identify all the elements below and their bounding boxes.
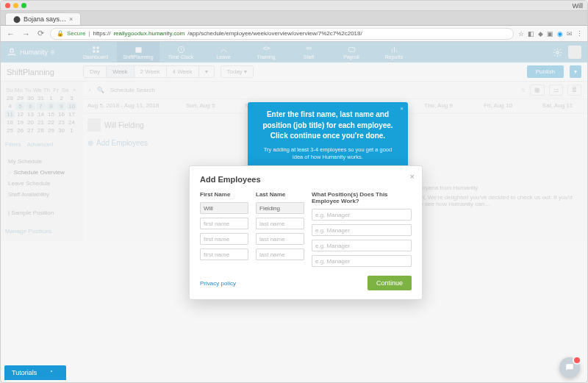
position-input[interactable] [312, 209, 412, 221]
col-last-name: Last Name [256, 191, 304, 198]
tutorials-panel-toggle[interactable]: Tutorials ˄ [4, 365, 66, 380]
onboarding-tooltip: × Enter the first name, last name and po… [248, 102, 408, 171]
ext-icon[interactable]: ✉ [567, 30, 573, 37]
modal-title: Add Employees [200, 175, 412, 184]
col-first-name: First Name [200, 191, 248, 198]
ext-icon[interactable]: ▣ [547, 30, 553, 37]
col-position: What Position(s) Does This Employee Work… [312, 191, 412, 204]
tooltip-close-icon[interactable]: × [400, 105, 404, 112]
position-input[interactable] [312, 224, 412, 236]
last-name-input[interactable] [256, 218, 304, 229]
last-name-input[interactable] [256, 202, 304, 214]
tab-title: Bojana says… [24, 15, 66, 23]
add-employees-modal: × Add Employees First Name Last Name [189, 165, 423, 300]
secure-label: Secure [67, 30, 85, 37]
url-scheme: https:// [93, 30, 110, 37]
first-name-input[interactable] [200, 202, 248, 214]
last-name-input[interactable] [256, 233, 304, 245]
titlebar: Will [1, 1, 587, 11]
chat-icon [564, 362, 575, 373]
tab-favicon: ⬤ [13, 15, 21, 23]
mac-user-label: Will [573, 2, 584, 10]
nav-forward-icon: → [21, 29, 32, 38]
tooltip-line: Click continue once you're done. [270, 132, 385, 140]
first-name-input[interactable] [200, 248, 248, 260]
ext-icon[interactable]: ◉ [557, 30, 563, 37]
ext-icon[interactable]: ◧ [528, 30, 534, 37]
tab-close-icon[interactable]: × [69, 15, 73, 23]
browser-tabs: ⬤ Bojana says… × [1, 11, 587, 26]
modal-close-icon[interactable]: × [410, 172, 415, 181]
ext-icon[interactable]: ◆ [538, 30, 543, 37]
first-name-input[interactable] [200, 233, 248, 245]
chevron-up-icon: ˄ [50, 370, 53, 376]
browser-toolbar: ← → ⟳ 🔒 Secure | https://reallygoodux.hu… [1, 26, 587, 42]
chat-launcher[interactable] [559, 357, 580, 378]
nav-reload-icon[interactable]: ⟳ [36, 29, 46, 38]
tooltip-subtext: Try adding at least 3-4 employees so you… [258, 146, 398, 162]
address-bar[interactable]: 🔒 Secure | https://reallygoodux.humanity… [50, 28, 514, 40]
window-close-icon[interactable] [5, 3, 10, 8]
tooltip-line: position (job title) for each employee. [262, 121, 392, 129]
window-minimize-icon[interactable] [13, 3, 18, 8]
browser-tab[interactable]: ⬤ Bojana says… × [5, 12, 81, 25]
last-name-input[interactable] [256, 248, 304, 260]
position-input[interactable] [312, 255, 412, 267]
star-icon[interactable]: ☆ [518, 30, 524, 37]
extension-icons: ☆ ◧ ◆ ▣ ◉ ✉ ⋮ [518, 30, 583, 37]
position-input[interactable] [312, 240, 412, 251]
url-host: reallygoodux.humanity.com [113, 30, 184, 37]
lock-icon: 🔒 [57, 30, 64, 37]
continue-button[interactable]: Continue [368, 276, 412, 290]
url-path: /app/schedule/employee/week/overview/ove… [187, 30, 362, 37]
window-zoom-icon[interactable] [21, 3, 26, 8]
privacy-policy-link[interactable]: Privacy policy [200, 280, 236, 287]
tutorials-label: Tutorials [12, 369, 37, 376]
nav-back-icon[interactable]: ← [5, 29, 16, 38]
menu-icon[interactable]: ⋮ [576, 30, 583, 37]
tooltip-line: Enter the first name, last name and [267, 110, 389, 118]
first-name-input[interactable] [200, 218, 248, 229]
